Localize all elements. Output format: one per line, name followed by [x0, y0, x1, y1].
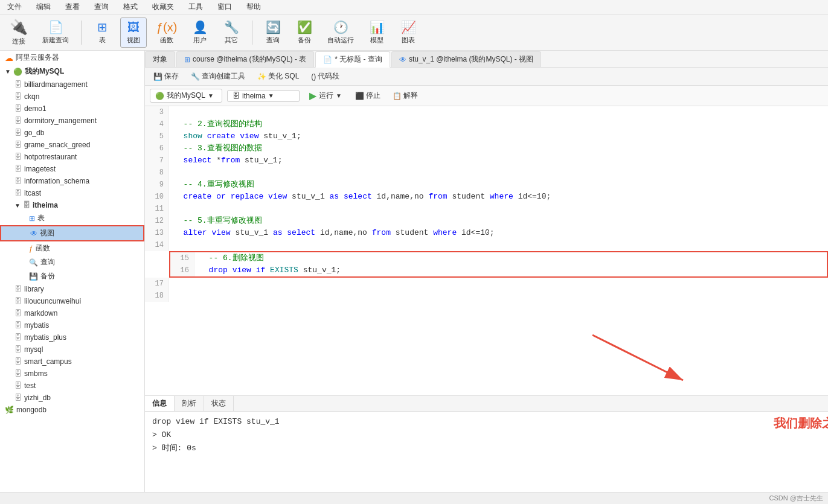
- db-icon-itheima: 🗄: [23, 201, 30, 209]
- results-tab-status[interactable]: 状态: [204, 396, 234, 411]
- sidebar-item-yizhi[interactable]: 🗄 yizhi_db: [0, 392, 144, 404]
- tab-stu-v1[interactable]: 👁 stu_v_1 @itheima (我的MySQL) - 视图: [391, 51, 541, 67]
- toolbar-view[interactable]: 🖼 视图: [120, 18, 147, 48]
- connect-label: 连接: [12, 37, 25, 46]
- tab-untitled[interactable]: 📄 * 无标题 - 查询: [315, 51, 390, 68]
- sidebar-item-hotpot[interactable]: 🗄 hotpotrestaurant: [0, 151, 144, 163]
- sidebar-item-imagetest[interactable]: 🗄 imagetest: [0, 163, 144, 175]
- beautify-btn[interactable]: ✨ 美化 SQL: [254, 70, 303, 83]
- toolbar-function[interactable]: ƒ(x) 函数: [152, 18, 182, 47]
- tab-course-label: course @itheima (我的MySQL) - 表: [193, 54, 306, 65]
- sidebar-item-itheima-func[interactable]: ƒ 函数: [0, 241, 144, 255]
- code-line-3: 3: [145, 106, 828, 118]
- model-icon: 📊: [370, 20, 385, 34]
- tab-objects-label: 对象: [153, 54, 167, 65]
- query-icon-sidebar: 🔍: [29, 258, 38, 267]
- menu-item-favorites[interactable]: 收藏夹: [150, 1, 176, 13]
- menu-item-tools[interactable]: 工具: [186, 1, 205, 13]
- db-icon-12: 🗄: [14, 297, 22, 305]
- code-editor[interactable]: 3 4 -- 2.查询视图的结构 5 show create view stu_…: [145, 106, 828, 395]
- sidebar-item-lilou[interactable]: 🗄 liloucuncunweihui: [0, 295, 144, 307]
- save-btn[interactable]: 💾 保存: [150, 70, 182, 83]
- menu-item-view[interactable]: 查看: [63, 1, 82, 13]
- connection-select[interactable]: 🟢 我的MySQL ▼: [150, 89, 222, 103]
- sidebar-item-smbms[interactable]: 🗄 smbms: [0, 368, 144, 380]
- sidebar-item-itheima-backup[interactable]: 💾 备份: [0, 269, 144, 283]
- tab-stu-v1-label: stu_v_1 @itheima (我的MySQL) - 视图: [409, 54, 533, 65]
- database-icon: 🗄: [233, 92, 240, 100]
- query-build-btn[interactable]: 🔧 查询创建工具: [187, 70, 249, 83]
- sidebar-item-demo1[interactable]: 🗄 demo1: [0, 103, 144, 115]
- run-btn[interactable]: ▶ 运行 ▼: [304, 89, 347, 103]
- db-selector-bar: 🟢 我的MySQL ▼ 🗄 itheima ▼ ▶ 运行 ▼ ⬛ 停止: [145, 86, 828, 106]
- sidebar-item-mybatis[interactable]: 🗄 mybatis: [0, 319, 144, 331]
- user-icon: 👤: [193, 20, 208, 34]
- sidebar-item-grame[interactable]: 🗄 grame_snack_greed: [0, 139, 144, 151]
- sidebar-item-mymysql[interactable]: ▼ 🟢 我的MySQL: [0, 65, 144, 78]
- sidebar-item-test[interactable]: 🗄 test: [0, 380, 144, 392]
- tab-objects[interactable]: 对象: [145, 51, 175, 67]
- toolbar-table[interactable]: ⊞ 表: [89, 18, 115, 47]
- sidebar-item-mybatis-plus[interactable]: 🗄 mybatis_plus: [0, 331, 144, 343]
- sidebar-item-itheima-query[interactable]: 🔍 查询: [0, 255, 144, 269]
- backup-icon: ✅: [297, 20, 312, 34]
- results-tab-profiling[interactable]: 剖析: [175, 396, 204, 411]
- sidebar-item-billiard[interactable]: 🗄 billiardmanagement: [0, 78, 144, 91]
- sidebar-item-itheima-table[interactable]: ⊞ 表: [0, 211, 144, 225]
- menu-item-format[interactable]: 格式: [121, 1, 140, 13]
- sidebar-item-smart-campus[interactable]: 🗄 smart_campus: [0, 356, 144, 368]
- sidebar-item-itcast[interactable]: 🗄 itcast: [0, 187, 144, 199]
- view-label: 视图: [127, 36, 140, 45]
- sidebar-item-mongodb[interactable]: 🌿 mongodb: [0, 404, 144, 416]
- sidebar-item-dormitory[interactable]: 🗄 dormitory_mangement: [0, 115, 144, 127]
- toolbar-auto-run[interactable]: 🕐 自动运行: [323, 18, 359, 47]
- toolbar-user[interactable]: 👤 用户: [187, 18, 213, 47]
- results-tab-info[interactable]: 信息: [145, 396, 175, 411]
- toolbar-connect[interactable]: 🔌 连接: [5, 16, 33, 48]
- result-line-1: drop view if EXISTS stu_v_1: [152, 415, 821, 429]
- toolbar-chart[interactable]: 📈 图表: [395, 18, 422, 47]
- connect-icon: 🔌: [10, 19, 28, 36]
- tab-course[interactable]: ⊞ course @itheima (我的MySQL) - 表: [176, 51, 314, 67]
- sidebar-item-go_db[interactable]: 🗄 go_db: [0, 127, 144, 139]
- query-toolbar: 💾 保存 🔧 查询创建工具 ✨ 美化 SQL () 代码段: [145, 68, 828, 86]
- db-icon-19: 🗄: [14, 381, 22, 390]
- explain-btn[interactable]: 📋 解释: [389, 89, 422, 102]
- sidebar-item-itheima[interactable]: ▼ 🗄 itheima: [0, 199, 144, 211]
- toolbar-sep-2: [252, 21, 252, 45]
- connection-label: 我的MySQL: [167, 91, 205, 101]
- toolbar-other[interactable]: 🔧 其它: [218, 18, 245, 47]
- menu-item-edit[interactable]: 编辑: [34, 1, 53, 13]
- toolbar-model[interactable]: 📊 模型: [364, 18, 390, 47]
- query-build-icon: 🔧: [191, 72, 200, 81]
- menu-item-help[interactable]: 帮助: [244, 1, 263, 13]
- user-label: 用户: [193, 36, 207, 45]
- sidebar-item-information[interactable]: 🗄 information_schema: [0, 175, 144, 187]
- menu-item-file[interactable]: 文件: [5, 1, 24, 13]
- sidebar-item-itheima-view[interactable]: 👁 视图: [0, 225, 144, 241]
- toolbar-query2[interactable]: 🔄 查询: [260, 18, 286, 47]
- database-select[interactable]: 🗄 itheima ▼: [227, 90, 300, 102]
- code-snippet-btn[interactable]: () 代码段: [307, 70, 343, 83]
- db-icon-3: 🗄: [14, 104, 22, 113]
- sidebar-item-markdown[interactable]: 🗄 markdown: [0, 307, 144, 319]
- query2-label: 查询: [266, 36, 280, 45]
- new-query-label: 新建查询: [42, 36, 69, 45]
- db-icon-10: 🗄: [14, 189, 22, 197]
- results-content: drop view if EXISTS stu_v_1 > OK > 时间: 0…: [145, 412, 828, 492]
- sidebar-item-ckqn[interactable]: 🗄 ckqn: [0, 91, 144, 103]
- stop-btn[interactable]: ⬛ 停止: [351, 89, 384, 102]
- sidebar-item-library[interactable]: 🗄 library: [0, 283, 144, 295]
- menu-item-query[interactable]: 查询: [92, 1, 111, 13]
- result-line-2: > OK: [152, 429, 821, 442]
- sidebar-item-alicloud[interactable]: ☁ 阿里云服务器: [0, 51, 144, 65]
- stop-label: 停止: [366, 91, 380, 101]
- db-icon-17: 🗄: [14, 357, 22, 366]
- toolbar-backup[interactable]: ✅ 备份: [291, 18, 318, 47]
- mymysql-icon: 🟢: [13, 68, 22, 76]
- sidebar-item-mymysql-label: 我的MySQL: [25, 66, 64, 77]
- toolbar-new-query[interactable]: 📄 新建查询: [37, 18, 74, 47]
- menu-item-window[interactable]: 窗口: [215, 1, 234, 13]
- db-icon-18: 🗄: [14, 369, 22, 378]
- sidebar-item-mysql[interactable]: 🗄 mysql: [0, 343, 144, 356]
